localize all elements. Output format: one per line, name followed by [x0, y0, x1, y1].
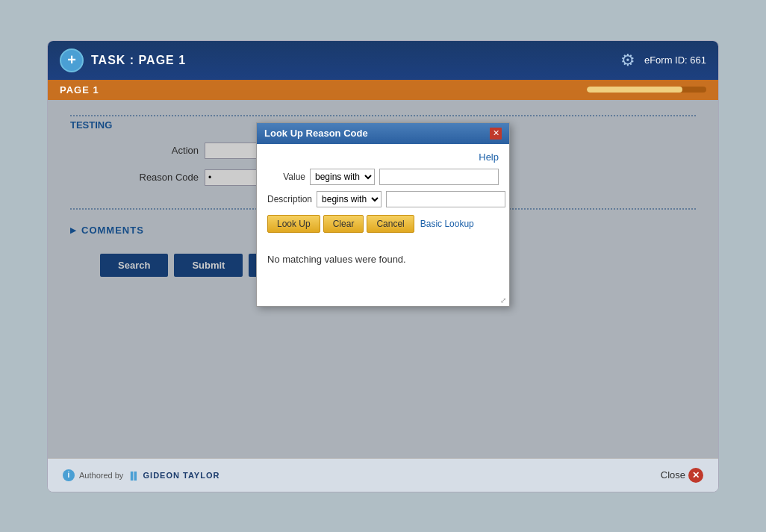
- main-container: + TASK : PAGE 1 ⚙ eForm ID: 661 PAGE 1 T…: [47, 40, 719, 492]
- modal-header: Look Up Reason Code ✕: [257, 123, 509, 144]
- value-input[interactable]: [379, 169, 499, 185]
- value-row: Value begins with contains equals: [267, 169, 499, 185]
- authored-by: i Authored by ▐▌ GIDEON TAYLOR: [63, 469, 219, 481]
- lookup-button[interactable]: Look Up: [267, 215, 320, 233]
- modal-body: Help Value begins with contains equals: [257, 144, 509, 295]
- gideon-taylor-logo: ▐▌ GIDEON TAYLOR: [128, 471, 219, 480]
- cancel-button[interactable]: Cancel: [367, 215, 414, 233]
- description-row: Description begins with contains equals: [267, 191, 499, 207]
- gear-icon[interactable]: ⚙: [620, 51, 635, 70]
- body: TESTING Action 🔍 Reason Code 🔍 ▶ COMMENT…: [48, 100, 718, 458]
- description-label: Description: [267, 194, 312, 204]
- title-prefix: TASK :: [91, 54, 139, 66]
- modal-close-button[interactable]: ✕: [490, 128, 502, 140]
- page-bar: PAGE 1: [48, 80, 718, 100]
- clear-button[interactable]: Clear: [323, 215, 364, 233]
- header-title: TASK : PAGE 1: [91, 54, 186, 67]
- header-left: + TASK : PAGE 1: [60, 48, 186, 72]
- header: + TASK : PAGE 1 ⚙ eForm ID: 661: [48, 41, 718, 80]
- close-icon: ✕: [688, 468, 703, 483]
- title-page: PAGE 1: [139, 54, 187, 66]
- plus-button[interactable]: +: [60, 48, 84, 72]
- progress-bar-fill: [587, 87, 682, 93]
- authored-by-label: Authored by: [79, 471, 123, 480]
- lookup-modal: Look Up Reason Code ✕ Help Value begins …: [256, 122, 510, 307]
- basic-lookup-button[interactable]: Basic Lookup: [417, 215, 477, 233]
- eform-id: eForm ID: 661: [644, 54, 706, 66]
- no-results-text: No matching values were found.: [267, 239, 499, 287]
- description-filter-select[interactable]: begins with contains equals: [317, 191, 382, 207]
- modal-overlay: Look Up Reason Code ✕ Help Value begins …: [48, 100, 718, 458]
- description-input[interactable]: [386, 191, 505, 207]
- modal-resize-handle[interactable]: ⤢: [257, 295, 509, 306]
- footer: i Authored by ▐▌ GIDEON TAYLOR Close ✕: [48, 458, 718, 492]
- modal-title: Look Up Reason Code: [264, 128, 368, 139]
- modal-buttons: Look Up Clear Cancel Basic Lookup: [267, 215, 499, 233]
- page-bar-title: PAGE 1: [60, 84, 99, 96]
- info-icon: i: [63, 469, 75, 481]
- close-button[interactable]: Close ✕: [661, 468, 703, 483]
- close-label: Close: [661, 469, 685, 481]
- modal-help: Help: [267, 151, 499, 163]
- logo-bars-icon: ▐▌: [128, 472, 140, 480]
- value-label: Value: [267, 172, 305, 182]
- value-filter-select[interactable]: begins with contains equals: [310, 169, 375, 185]
- header-right: ⚙ eForm ID: 661: [620, 51, 706, 70]
- progress-bar: [587, 87, 706, 93]
- help-link[interactable]: Help: [479, 151, 499, 163]
